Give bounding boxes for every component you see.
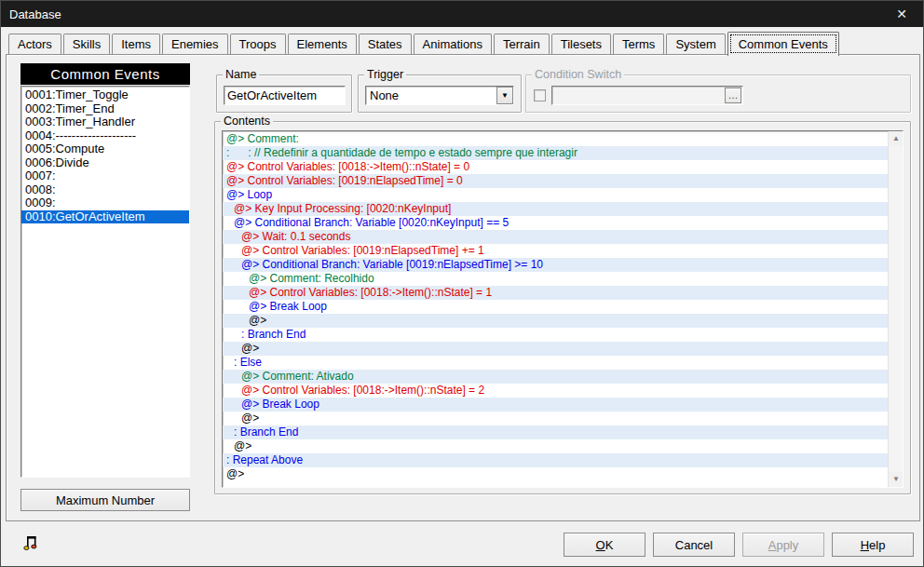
name-label: Name [223, 68, 259, 81]
event-command-line[interactable]: @> Conditional Branch: Variable [0019:nE… [223, 258, 888, 272]
common-events-header: Common Events [20, 63, 190, 85]
trigger-value: None [366, 87, 496, 104]
event-command-line[interactable]: @> Break Loop [223, 300, 888, 314]
tab-terms[interactable]: Terms [613, 34, 664, 54]
event-commands-area[interactable]: @> Comment:: : // Redefinir a quantidade… [222, 130, 904, 488]
event-command-line[interactable]: @> Loop [223, 188, 888, 202]
condition-switch-label: Condition Switch [532, 68, 624, 81]
music-note-icon [23, 534, 39, 553]
common-event-item[interactable]: 0001:Timer_Toggle [21, 88, 189, 102]
common-events-page: Common Events 0001:Timer_Toggle0002:Time… [6, 54, 920, 521]
tab-bar: ActorsSkillsItemsEnemiesTroopsElementsSt… [8, 30, 841, 56]
event-command-line[interactable]: : Branch End [223, 425, 888, 439]
maximum-number-button[interactable]: Maximum Number [20, 489, 190, 511]
trigger-select[interactable]: None ▼ [365, 86, 514, 105]
common-event-item[interactable]: 0007: [21, 169, 189, 183]
common-event-item[interactable]: 0003:Timer_Handler [21, 115, 189, 129]
event-command-line[interactable]: @> Comment: Ativado [223, 370, 888, 384]
event-command-line[interactable]: @> [223, 439, 888, 453]
title-bar[interactable]: Database ✕ [1, 1, 923, 27]
contents-label: Contents [221, 115, 273, 128]
common-event-item[interactable]: 0010:GetOrActiveItem [21, 210, 189, 224]
event-command-line[interactable]: @> Comment: Recolhido [223, 272, 888, 286]
dialog-footer: OKCancelApplyHelp [1, 521, 923, 566]
event-command-line[interactable]: : : // Redefinir a quantidade de tempo e… [223, 146, 888, 160]
name-input[interactable] [224, 86, 346, 105]
tab-system[interactable]: System [666, 34, 725, 54]
contents-scrollbar[interactable]: ▲ ▼ [888, 131, 903, 487]
tab-enemies[interactable]: Enemies [162, 34, 228, 54]
event-command-line[interactable]: : Branch End [223, 328, 888, 342]
tab-elements[interactable]: Elements [288, 34, 357, 54]
tab-common-events[interactable]: Common Events [727, 32, 839, 56]
common-events-list[interactable]: 0001:Timer_Toggle0002:Timer_End0003:Time… [20, 86, 190, 478]
contents-group: Contents @> Comment:: : // Redefinir a q… [214, 121, 911, 494]
database-dialog: Database ✕ ActorsSkillsItemsEnemiesTroop… [0, 0, 924, 567]
event-command-line[interactable]: @> Conditional Branch: Variable [0020:nK… [223, 216, 888, 230]
event-command-line[interactable]: @> Wait: 0.1 seconds [223, 230, 888, 244]
help-button[interactable]: Help [832, 533, 914, 557]
common-event-item[interactable]: 0005:Compute [21, 142, 189, 156]
scroll-down-button[interactable]: ▼ [889, 472, 904, 487]
apply-button: Apply [742, 533, 824, 557]
trigger-group: Trigger None ▼ [358, 74, 522, 113]
event-command-line[interactable]: @> Break Loop [223, 398, 888, 412]
event-command-line[interactable]: @> [223, 342, 888, 356]
event-command-line[interactable]: @> Control Variables: [0018:->Item()::nS… [223, 384, 888, 398]
cancel-button[interactable]: Cancel [653, 533, 735, 557]
tab-actors[interactable]: Actors [8, 34, 61, 54]
event-command-line[interactable]: : Else [223, 356, 888, 370]
tab-states[interactable]: States [359, 34, 412, 54]
event-command-line[interactable]: @> Control Variables: [0019:nElapsedTime… [223, 244, 888, 258]
scroll-up-button[interactable]: ▲ [889, 131, 904, 146]
tab-animations[interactable]: Animations [414, 34, 492, 54]
event-command-line[interactable]: @> [223, 314, 888, 328]
event-command-line[interactable]: @> Comment: [223, 132, 888, 146]
condition-switch-checkbox[interactable] [534, 89, 546, 101]
event-command-line[interactable]: : Repeat Above [223, 453, 888, 467]
condition-switch-field: … [551, 86, 743, 105]
ok-button[interactable]: OK [564, 533, 645, 557]
trigger-label: Trigger [364, 68, 406, 81]
common-event-item[interactable]: 0009: [21, 196, 189, 210]
common-event-item[interactable]: 0004:-------------------- [21, 129, 189, 143]
chevron-down-icon: ▼ [501, 91, 509, 100]
condition-browse-button[interactable]: … [725, 88, 741, 103]
tab-tilesets[interactable]: Tilesets [551, 34, 611, 54]
event-command-line[interactable]: @> Control Variables: [0018:->Item()::nS… [223, 286, 888, 300]
event-command-line[interactable]: @> Control Variables: [0019:nElapsedTime… [223, 174, 888, 188]
condition-switch-group: Condition Switch … [525, 74, 911, 113]
common-event-item[interactable]: 0006:Divide [21, 156, 189, 170]
tab-items[interactable]: Items [112, 34, 160, 54]
arrow-up-icon: ▲ [892, 134, 900, 142]
close-icon: ✕ [896, 7, 907, 21]
dropdown-button[interactable]: ▼ [496, 87, 513, 104]
event-command-line[interactable]: @> Control Variables: [0018:->Item()::nS… [223, 160, 888, 174]
common-event-item[interactable]: 0008: [21, 183, 189, 197]
contents-list: @> Comment:: : // Redefinir a quantidade… [223, 132, 888, 481]
tab-terrain[interactable]: Terrain [494, 34, 550, 54]
tab-troops[interactable]: Troops [230, 34, 286, 54]
close-button[interactable]: ✕ [880, 1, 923, 27]
event-command-line[interactable]: @> [223, 467, 888, 481]
name-group: Name [216, 74, 352, 113]
ellipsis-icon: … [728, 89, 739, 101]
tab-skills[interactable]: Skills [63, 34, 110, 54]
event-command-line[interactable]: @> Key Input Processing: [0020:nKeyInput… [223, 202, 888, 216]
window-title: Database [9, 7, 61, 21]
dialog-buttons: OKCancelApplyHelp [564, 533, 914, 557]
event-command-line[interactable]: @> [223, 412, 888, 425]
common-event-item[interactable]: 0002:Timer_End [21, 102, 189, 116]
arrow-down-icon: ▼ [892, 475, 900, 483]
